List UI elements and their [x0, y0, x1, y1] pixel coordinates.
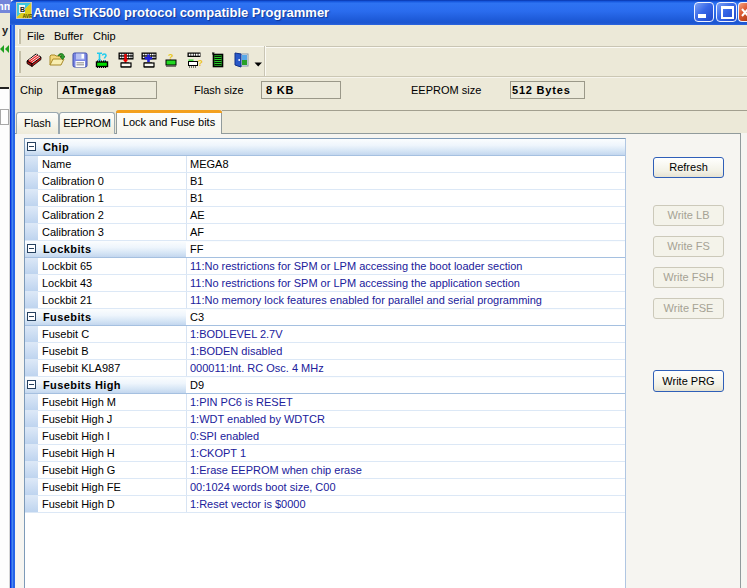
svg-text:AVR: AVR: [23, 13, 33, 19]
svg-text:?: ?: [198, 58, 204, 68]
